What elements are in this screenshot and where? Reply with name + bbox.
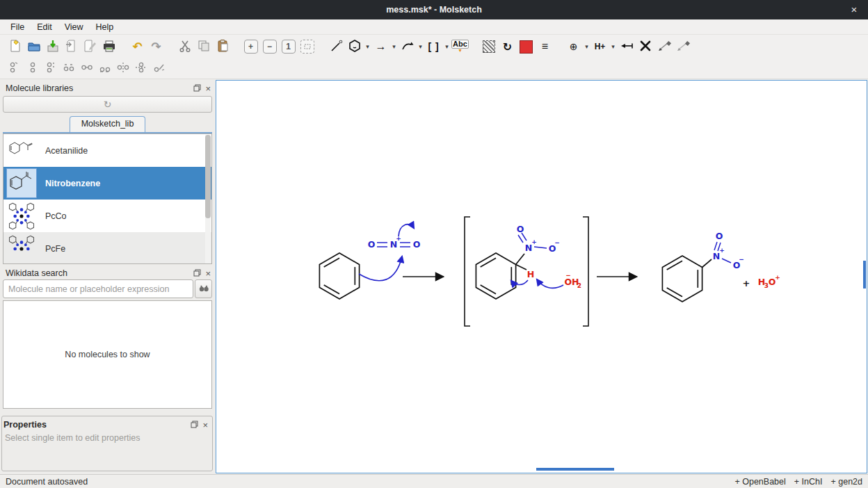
menu-edit[interactable]: Edit — [31, 21, 58, 33]
properties-panel-title: Properties — [3, 418, 47, 431]
reaction-arrow-dropdown[interactable]: ▾ — [390, 38, 398, 56]
library-float-icon[interactable] — [193, 84, 201, 93]
nitrobenzene-thumbnail — [6, 168, 37, 198]
wikidata-search-button[interactable] — [195, 279, 212, 298]
brackets-tool-dropdown[interactable]: ▾ — [443, 38, 451, 56]
redo-button[interactable]: ↷ — [147, 38, 166, 56]
bond-angle-icon — [152, 60, 166, 76]
properties-float-icon[interactable] — [191, 421, 198, 430]
menu-file[interactable]: File — [4, 21, 31, 33]
svg-text:+: + — [775, 274, 780, 281]
lone-pair-tool-button[interactable] — [617, 38, 636, 56]
window-title: mess.msk* - Molsketch — [386, 5, 482, 15]
statusbar: Document autosaved + OpenBabel + InChI +… — [0, 474, 868, 488]
window-close-button[interactable]: × — [847, 3, 861, 17]
mechanism-arrow-button[interactable] — [398, 38, 417, 56]
align-baseline-button[interactable] — [96, 60, 114, 77]
lone-pair-icon — [619, 39, 634, 55]
cut-button[interactable] — [175, 38, 194, 56]
charge-tool-dropdown[interactable]: ▾ — [583, 38, 590, 56]
draw-bond-button[interactable] — [326, 38, 345, 56]
stack-molecules-button[interactable] — [42, 60, 60, 77]
charge-tool-button[interactable]: ⊕ — [564, 38, 583, 56]
hydrogen-tool-button[interactable]: H+ — [590, 38, 609, 56]
wikidata-close-icon[interactable]: × — [205, 269, 211, 278]
mechanism-tool-1-button[interactable] — [654, 38, 673, 56]
reaction-arrow-button[interactable]: → — [371, 38, 390, 56]
flip-horizontal-button[interactable] — [60, 60, 78, 77]
library-item-pcco[interactable]: PcCo — [3, 200, 211, 232]
zoom-in-icon: + — [244, 40, 258, 54]
tab-molsketch-lib[interactable]: Molsketch_lib — [70, 116, 146, 132]
ring-tool-button[interactable] — [345, 38, 364, 56]
brackets-tool-button[interactable]: [ ] — [424, 38, 443, 56]
wikidata-search-input[interactable] — [3, 279, 193, 298]
library-close-icon[interactable]: × — [205, 84, 211, 93]
wikidata-search-row — [3, 279, 212, 298]
library-scrollbar-thumb[interactable] — [205, 135, 211, 218]
bond-angle-button[interactable] — [150, 60, 168, 77]
clipboard-tool-group — [175, 38, 232, 56]
properties-close-icon[interactable]: × — [202, 421, 208, 430]
drawing-canvas[interactable]: O N + O — [216, 80, 867, 473]
curved-arrow-icon — [400, 39, 415, 55]
zoom-original-button[interactable]: 1 — [279, 38, 298, 56]
paste-button[interactable] — [213, 38, 232, 56]
selection-tool-button[interactable] — [479, 38, 498, 56]
import-button[interactable] — [62, 38, 81, 56]
molecule-library-list: Acetanilide Nitrobenzene PcCo PcFe — [3, 133, 212, 264]
open-file-button[interactable] — [24, 38, 43, 56]
delete-tool-button[interactable] — [636, 38, 654, 56]
menu-view[interactable]: View — [58, 21, 90, 33]
wikidata-panel-controls: × — [193, 267, 211, 279]
properties-panel-controls: × — [191, 418, 208, 431]
wikidata-results-area: No molecules to show — [3, 300, 212, 409]
mechanism-arrow-dropdown[interactable]: ▾ — [417, 38, 424, 56]
color-picker-button[interactable] — [517, 38, 536, 56]
undo-button[interactable]: ↶ — [128, 38, 147, 56]
ring-tool-dropdown[interactable]: ▾ — [364, 38, 371, 56]
flip-vertical-button[interactable] — [6, 60, 24, 77]
wikidata-float-icon[interactable] — [193, 269, 201, 278]
join-atoms-button[interactable] — [78, 60, 96, 77]
library-scrollbar[interactable] — [205, 135, 211, 264]
mirror-vertical-axis-button[interactable] — [114, 60, 132, 77]
save-button[interactable] — [43, 38, 62, 56]
library-refresh-button[interactable]: ↻ — [3, 96, 212, 113]
library-item-pcfe[interactable]: PcFe — [3, 232, 211, 264]
zoom-out-button[interactable]: − — [260, 38, 279, 56]
open-folder-icon — [27, 39, 41, 55]
canvas-horizontal-scrollbar-thumb[interactable] — [536, 468, 614, 471]
mirror-horizontal-axis-button[interactable] — [132, 60, 150, 77]
line-width-button[interactable]: ≡ — [536, 38, 554, 56]
mechanism-tool-2-button[interactable] — [673, 38, 692, 56]
new-document-button[interactable] — [6, 38, 24, 56]
svg-text:−: − — [739, 256, 744, 263]
align-vertical-button[interactable] — [24, 60, 42, 77]
print-button[interactable] — [99, 38, 118, 56]
hydrogen-tool-dropdown[interactable]: ▾ — [609, 38, 617, 56]
hatch-selection-icon — [483, 40, 495, 53]
svg-text:H: H — [527, 269, 534, 279]
align-vertical-icon — [26, 60, 40, 76]
menu-help[interactable]: Help — [90, 21, 120, 33]
copy-icon — [197, 39, 211, 55]
svg-text:O: O — [716, 231, 723, 241]
modify-tool-group: ⊕ ▾ H+ ▾ — [564, 38, 692, 56]
zoom-fit-button[interactable] — [298, 38, 316, 56]
canvas-vertical-scrollbar-thumb[interactable] — [863, 261, 866, 288]
menubar: File Edit View Help — [0, 19, 868, 35]
zoom-in-button[interactable]: + — [241, 38, 260, 56]
file-tool-group — [6, 38, 118, 56]
library-item-nitrobenzene[interactable]: Nitrobenzene — [3, 167, 211, 200]
export-button[interactable] — [81, 38, 99, 56]
text-tool-button[interactable]: Abc▾ — [451, 38, 469, 56]
copy-button[interactable] — [194, 38, 213, 56]
no-molecules-message: No molecules to show — [65, 350, 150, 359]
status-gen2d: + gen2d — [830, 477, 862, 487]
rotate-tool-button[interactable]: ↻ — [498, 38, 517, 56]
library-tabbar: Molsketch_lib — [3, 116, 212, 133]
rotate-icon: ↻ — [503, 40, 512, 54]
hydronium-byproduct: + H 3 O + — [743, 274, 780, 289]
library-item-acetanilide[interactable]: Acetanilide — [3, 134, 211, 167]
